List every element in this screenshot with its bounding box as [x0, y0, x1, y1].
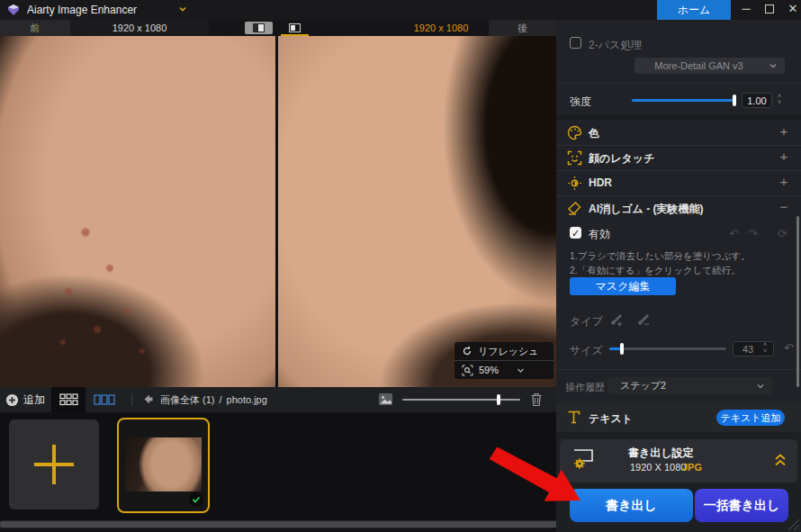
refresh-icon [462, 346, 472, 356]
history-label: 操作履歴 [565, 381, 605, 394]
export-button[interactable]: 書き出し [570, 489, 693, 522]
app-logo-icon [6, 3, 21, 17]
strength-slider[interactable] [632, 99, 736, 102]
home-button[interactable]: ホーム [657, 0, 731, 20]
stepper-down-icon[interactable]: ˅ [778, 100, 781, 105]
maximize-button[interactable] [758, 0, 781, 20]
hdr-icon [567, 176, 582, 191]
model-dropdown[interactable]: More-Detail GAN v3 [634, 58, 785, 74]
expand-plus-icon[interactable]: + [776, 123, 792, 140]
chevron-down-icon [756, 382, 765, 391]
filmstrip-view-icon [94, 394, 115, 405]
circle-plus-icon [5, 393, 19, 407]
filmstrip-view-button[interactable] [89, 387, 120, 412]
zoom-icon [462, 365, 473, 376]
refresh-label: リフレッシュ [478, 345, 539, 358]
section-face-retouch[interactable]: 顔のレタッチ + [556, 145, 801, 170]
thumbnail-size-slider-handle[interactable] [497, 394, 500, 405]
trash-icon[interactable] [530, 392, 543, 407]
text-add-button[interactable]: テキスト追加 [716, 410, 785, 426]
export-zone: 書き出し設定 1920 X 1080 JPG 書き出し 一括書き出し [556, 432, 801, 532]
add-image-tile[interactable] [9, 419, 99, 509]
viewer-tools: リフレッシュ 59% [454, 342, 554, 379]
app-title: Aiarty Image Enhancer [27, 4, 137, 16]
strength-stepper[interactable]: ˄˅ [778, 94, 781, 105]
collapse-minus-icon[interactable]: − [776, 199, 792, 215]
brush-add-icon[interactable] [608, 311, 625, 328]
toolbar-divider [131, 393, 132, 406]
eraser-enabled-checkbox[interactable]: ✓ [570, 227, 581, 239]
back-arrow-icon[interactable] [142, 393, 154, 405]
text-tool-label: テキスト [589, 411, 633, 427]
export-settings-card[interactable]: 書き出し設定 1920 X 1080 JPG [560, 439, 797, 482]
double-chevron-up-icon[interactable] [774, 453, 787, 467]
brush-subtract-icon[interactable] [635, 311, 652, 328]
divider [556, 369, 801, 370]
mask-edit-button[interactable]: マスク編集 [570, 277, 676, 295]
section-color-label: 色 [589, 126, 599, 141]
refresh-button[interactable]: リフレッシュ [454, 342, 554, 360]
eraser-enabled-label: 有効 [589, 227, 610, 242]
face-retouch-icon [567, 150, 582, 166]
brush-size-slider-handle[interactable] [620, 343, 624, 355]
filmstrip-scrollbar-track [0, 520, 560, 528]
chevron-down-icon [769, 61, 778, 70]
selected-check-icon [189, 492, 203, 507]
filmstrip-scrollbar[interactable] [0, 521, 560, 527]
add-image-button[interactable]: 追加 [5, 387, 45, 412]
grid-view-button[interactable] [51, 387, 86, 412]
close-button[interactable]: ✕ [781, 0, 801, 20]
section-color[interactable]: 色 + [556, 120, 801, 145]
section-hdr-label: HDR [589, 176, 612, 189]
reset-icon[interactable]: ⟳ [778, 227, 788, 240]
brush-size-slider[interactable] [609, 347, 726, 350]
strength-value: 1.00 [742, 93, 772, 108]
browser-toolbar: 追加 画像全体 (1) / photo.jpg [0, 387, 556, 412]
brush-size-label: サイズ [570, 343, 603, 358]
photo-thumbnail-selected[interactable] [117, 418, 210, 513]
export-resolution: 1920 X 1080 [630, 462, 686, 473]
history-dropdown[interactable]: ステップ2 [608, 377, 772, 394]
strength-label: 強度 [570, 95, 591, 110]
after-image[interactable] [278, 36, 556, 387]
compare-side-toggle[interactable] [281, 22, 309, 34]
resize-grip[interactable] [787, 518, 799, 530]
app-menu-chevron-icon[interactable] [178, 5, 187, 14]
after-label: 後 [489, 20, 556, 36]
brush-type-label: タイプ [570, 314, 603, 329]
history-dropdown-value: ステップ2 [608, 377, 751, 394]
add-image-label: 追加 [23, 392, 45, 408]
model-dropdown-value: More-Detail GAN v3 [634, 58, 763, 74]
grid-view-icon [59, 393, 78, 406]
eraser-icon [567, 201, 582, 216]
strength-slider-handle[interactable] [733, 95, 736, 106]
before-size: 1920 x 1080 [70, 20, 209, 36]
section-hdr[interactable]: HDR + [556, 170, 801, 195]
undo-icon[interactable]: ↶ [729, 227, 739, 240]
thumbnail-size-slider[interactable] [402, 399, 520, 401]
two-pass-checkbox[interactable] [570, 37, 581, 49]
export-format: JPG [682, 462, 702, 473]
redo-icon[interactable]: ↷ [748, 227, 758, 240]
zoom-control[interactable]: 59% [454, 361, 554, 379]
expand-plus-icon[interactable]: + [776, 149, 792, 165]
batch-export-button[interactable]: 一括書き出し [695, 489, 788, 522]
breadcrumb: 画像全体 (1) / photo.jpg [160, 387, 267, 412]
breadcrumb-group: 画像全体 (1) [160, 393, 215, 407]
panel-scrollbar[interactable] [796, 216, 799, 387]
eraser-instruction-1: 1.ブラシで消去したい部分を塗りつぶす。 [570, 250, 751, 263]
compare-split-toggle[interactable] [245, 22, 273, 34]
before-image[interactable] [0, 36, 275, 387]
section-ai-eraser[interactable]: AI消しゴム - (実験機能) − [556, 195, 801, 221]
eraser-history-icons: ↶ ↷ ⟳ [729, 227, 788, 240]
text-tool-icon [567, 410, 580, 426]
text-tool-band: テキスト テキスト追加 [556, 403, 801, 432]
export-settings-icon [572, 448, 596, 470]
expand-plus-icon[interactable]: + [776, 174, 792, 190]
minimize-button[interactable]: ─ [734, 0, 758, 20]
section-ai-eraser-label: AI消しゴム - (実験機能) [589, 202, 704, 217]
stepper-down-icon[interactable]: ˅ [763, 348, 767, 354]
brush-size-stepper[interactable]: ˄˅ [763, 342, 767, 354]
side-by-side-icon [289, 23, 301, 32]
size-reset-icon[interactable]: ↶ [784, 341, 794, 355]
